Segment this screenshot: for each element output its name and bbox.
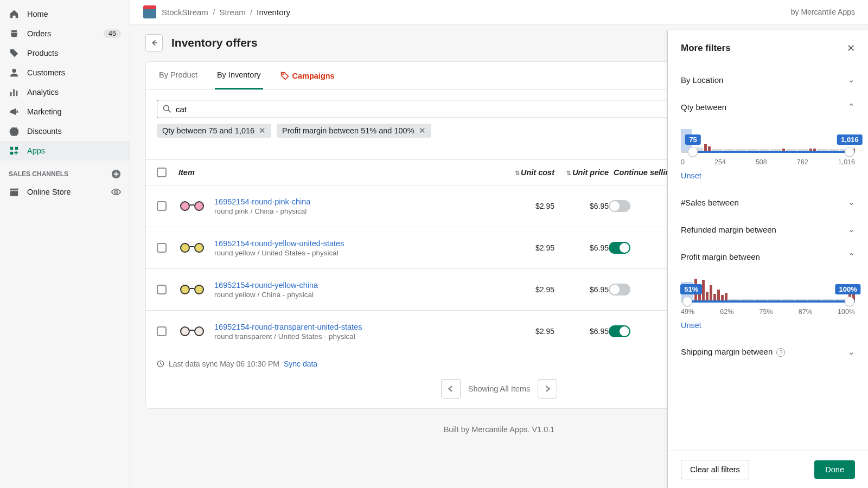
home-icon — [9, 9, 20, 20]
sidebar-item-home[interactable]: Home — [0, 4, 130, 24]
svg-rect-3 — [16, 91, 18, 96]
col-item[interactable]: Item — [178, 168, 500, 177]
topbar: StockStream / Stream / Inventory by Merc… — [130, 0, 868, 24]
tab-by-product[interactable]: By Product — [157, 62, 200, 89]
item-name-link[interactable]: 16952154-round-transparent-united-states — [214, 323, 500, 331]
person-icon — [9, 67, 20, 78]
item-subtitle: round pink / China - physical — [214, 207, 500, 215]
sidebar-item-products[interactable]: Products — [0, 43, 130, 63]
sidebar-item-online-store[interactable]: Online Store — [0, 182, 130, 202]
filter-sales-between[interactable]: #Sales between ⌄ — [681, 197, 855, 207]
close-panel-icon[interactable]: ✕ — [847, 42, 855, 54]
sync-data-link[interactable]: Sync data — [284, 359, 317, 368]
svg-rect-2 — [13, 89, 15, 97]
tag-icon — [9, 48, 20, 59]
done-button[interactable]: Done — [814, 460, 855, 479]
item-subtitle: round transparent / United States - phys… — [214, 332, 500, 341]
select-all-checkbox[interactable] — [157, 168, 167, 177]
item-name-link[interactable]: 16952154-round-yellow-china — [214, 281, 500, 290]
orders-badge: 45 — [104, 29, 121, 38]
pager-label: Showing All Items — [468, 384, 530, 393]
continue-selling-toggle[interactable] — [609, 242, 630, 254]
row-checkbox[interactable] — [157, 243, 167, 253]
sidebar-item-marketing[interactable]: Marketing — [0, 102, 130, 121]
cell-unit-price: $6.95 — [554, 243, 609, 252]
col-unit-price[interactable]: ⇅Unit price — [554, 168, 609, 177]
profit-slider[interactable]: 51% 100% 49% 62% 75% 87% 100% Unset — [681, 261, 855, 330]
sidebar-item-label: Marketing — [27, 107, 62, 116]
profit-unset-link[interactable]: Unset — [681, 321, 701, 330]
sync-label: Last data sync May 06 10:30 PM — [169, 359, 279, 368]
sidebar-item-customers[interactable]: Customers — [0, 63, 130, 82]
top-right-label: by Mercantile Apps — [791, 8, 855, 16]
row-checkbox[interactable] — [157, 326, 167, 336]
view-store-icon[interactable] — [111, 187, 121, 197]
next-page-button[interactable] — [538, 379, 557, 399]
cell-unit-cost: $2.95 — [500, 243, 554, 252]
svg-point-9 — [283, 74, 284, 75]
filter-shipping-margin[interactable]: Shipping margin between ? ⌄ — [681, 347, 855, 357]
filter-profit-margin[interactable]: Profit margin between ⌃ — [681, 252, 855, 261]
svg-point-10 — [164, 106, 169, 111]
qty-slider[interactable]: 75 1,016 0 254 508 762 1,016 Unset — [681, 112, 855, 180]
breadcrumb-current: Inventory — [257, 8, 290, 17]
sidebar-item-label: Customers — [27, 68, 65, 77]
col-unit-cost[interactable]: ⇅Unit cost — [500, 168, 554, 177]
tab-by-inventory[interactable]: By Inventory — [215, 62, 263, 89]
svg-point-8 — [114, 190, 117, 193]
back-button[interactable] — [145, 34, 163, 52]
qty-unset-link[interactable]: Unset — [681, 171, 701, 180]
filter-by-location[interactable]: By Location ⌄ — [681, 75, 855, 85]
orders-icon — [9, 28, 20, 39]
filter-chip-profit[interactable]: Profit margin between 51% and 100% ✕ — [277, 124, 431, 138]
sidebar-item-orders[interactable]: Orders 45 — [0, 24, 130, 43]
sidebar-item-discounts[interactable]: Discounts — [0, 121, 130, 141]
svg-rect-1 — [10, 92, 12, 96]
cell-unit-price: $6.95 — [554, 202, 609, 210]
qty-min-thumb[interactable] — [688, 147, 698, 157]
continue-selling-toggle[interactable] — [609, 200, 630, 212]
more-filters-panel: More filters ✕ By Location ⌄ Qty between… — [667, 30, 868, 488]
chevron-up-icon: ⌃ — [848, 102, 855, 112]
prev-page-button[interactable] — [441, 379, 461, 399]
page-title: Inventory offers — [171, 36, 258, 49]
row-checkbox[interactable] — [157, 201, 167, 211]
chevron-up-icon: ⌃ — [848, 252, 855, 261]
help-icon[interactable]: ? — [776, 348, 785, 357]
sidebar-item-analytics[interactable]: Analytics — [0, 82, 130, 102]
tag-icon — [280, 72, 289, 80]
discount-icon — [9, 126, 20, 137]
add-channel-icon[interactable] — [111, 169, 121, 179]
filter-qty-between[interactable]: Qty between ⌃ — [681, 102, 855, 112]
analytics-icon — [9, 87, 20, 98]
sidebar-item-label: Online Store — [27, 188, 71, 196]
sidebar-item-apps[interactable]: Apps — [0, 141, 130, 160]
item-subtitle: round yellow / China - physical — [214, 291, 500, 299]
product-thumbnail — [178, 279, 206, 300]
product-thumbnail — [178, 320, 206, 342]
continue-selling-toggle[interactable] — [609, 325, 630, 337]
item-name-link[interactable]: 16952154-round-yellow-united-states — [214, 239, 500, 248]
item-name-link[interactable]: 16952154-round-pink-china — [214, 197, 500, 206]
profit-min-thumb[interactable] — [682, 297, 692, 306]
sidebar-item-label: Orders — [27, 29, 51, 38]
continue-selling-toggle[interactable] — [609, 284, 630, 296]
qty-max-thumb[interactable] — [845, 147, 854, 157]
svg-rect-5 — [15, 147, 18, 150]
filter-chip-qty[interactable]: Qty between 75 and 1,016 ✕ — [157, 124, 271, 138]
sidebar-item-label: Apps — [27, 146, 45, 155]
breadcrumb-mid[interactable]: Stream — [219, 8, 245, 17]
chevron-down-icon: ⌄ — [848, 75, 855, 85]
breadcrumb-app[interactable]: StockStream — [162, 8, 208, 17]
profit-max-thumb[interactable] — [845, 297, 854, 306]
clear-filters-button[interactable]: Clear all filters — [681, 460, 749, 479]
search-icon — [163, 105, 171, 113]
apps-icon — [9, 145, 20, 156]
filter-refunded-margin[interactable]: Refunded margin between ⌄ — [681, 224, 855, 234]
remove-chip-icon[interactable]: ✕ — [259, 126, 266, 135]
cell-unit-cost: $2.95 — [500, 285, 554, 294]
panel-title: More filters — [681, 43, 731, 54]
remove-chip-icon[interactable]: ✕ — [419, 126, 426, 135]
row-checkbox[interactable] — [157, 285, 167, 294]
tab-campaigns[interactable]: Campaigns — [278, 62, 337, 89]
